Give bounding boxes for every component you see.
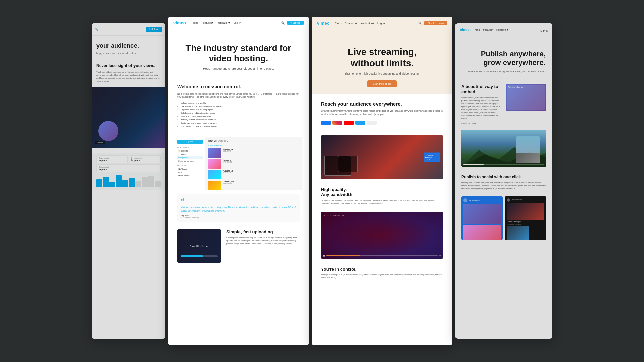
list-item: Organize videos into private projects: [177, 108, 300, 111]
card2-nav-links: Plans Features▾ Inspiration▾ Log In: [192, 21, 241, 24]
card3-nav-links: Plans Features▾ Inspiration▾ Log In: [335, 22, 385, 25]
list-item: Collaborate on edits with review pages: [177, 111, 300, 115]
card4-logo: vimeo: [460, 28, 471, 32]
card2-search-icon[interactable]: 🔍: [281, 21, 285, 25]
card4-fb-avatar: [463, 198, 467, 202]
card-1: 🔍 ↑ Upload your audience. help you learn…: [92, 23, 165, 339]
card2-sidebar: Upload WORKSPACE 📁 Projects ✓ Selects Ro…: [175, 137, 205, 190]
card2-upload-section: Drop it like it's hot. Simple, fast uplo…: [168, 226, 309, 266]
card3-demo-btn[interactable]: Start free demo: [424, 21, 447, 25]
list-item: Instantly publish across social channels: [177, 118, 300, 121]
list-item: Save and compare version history: [177, 115, 300, 118]
card1-hero-sub: help you learn more and decide better.: [96, 52, 161, 55]
card2-sidebar-music[interactable]: Music Videos: [177, 174, 203, 177]
card-3: vimeo Plans Features▾ Inspiration▾ Log I…: [312, 17, 452, 345]
card3-video-controls: 4K: [323, 255, 441, 257]
card4-brand-name: Adventure Journal: [461, 122, 502, 124]
card3-logo: vimeo: [317, 21, 330, 26]
card4-youtube-preview: The North Face Summit Series Alpine 2.4M…: [505, 196, 546, 240]
list-item: Track stats, optimize and replace videos: [177, 125, 300, 128]
card4-signin-link[interactable]: Sign In: [540, 29, 548, 32]
card3-section1: Reach your audience everywhere. Simultan…: [312, 94, 452, 135]
card-2: vimeo Plans Features▾ Inspiration▾ Log I…: [168, 17, 309, 345]
card2-content-row3: FarbidJK_n4 MP4 · 2.1GB: [208, 170, 299, 179]
card2-upload-body: Easily upload videos from any device or …: [226, 236, 300, 245]
card1-circle-thumb: [98, 121, 118, 141]
card3-section2-body: Broadcast your events in full HD with ad…: [321, 199, 443, 205]
card2-sidebar-rough-cuts[interactable]: Rough cuts: [177, 156, 203, 159]
card2-upload-fill: [181, 255, 203, 257]
card2-upload-title: Simple, fast uploading.: [226, 229, 300, 234]
card1-source-report: Source report In place: [96, 164, 161, 172]
card1-section-body: Track your video's performance on Vimeo,…: [96, 71, 161, 83]
card1-bar-chart: [96, 174, 161, 187]
card2-sidebar-projects[interactable]: 📁 Projects: [177, 149, 203, 153]
card1-section-title: Never lose sight of your views.: [96, 63, 161, 69]
card4-nav-links: Plans Features▾ Inspiration▾: [475, 28, 508, 31]
card2-feature-list: Upload securely and quickly Live stream …: [177, 101, 300, 128]
card2-nav: vimeo Plans Features▾ Inspiration▾ Log I…: [168, 17, 309, 29]
card2-upload-label: Drop it like it's hot.: [190, 245, 209, 247]
card1-video-thumb: watched: [92, 87, 165, 148]
card3-hero-title: Live streaming,without limits.: [322, 46, 442, 69]
card3-facebook-badge: [321, 121, 331, 125]
card2-section1: Welcome to mission control. No more jugg…: [168, 77, 309, 133]
card1-hero: your audience. help you learn more and d…: [92, 36, 165, 58]
card4-social-body: Posting your video to one place just doe…: [461, 181, 546, 190]
card3-search-icon[interactable]: 🔍: [418, 22, 422, 25]
card2-quote-text: Vimeo is the creative standard for hosti…: [181, 206, 296, 213]
card2-sidebar-selects[interactable]: ✓ Selects: [177, 153, 203, 156]
card4-social-preview: The North Face The North Face Summit Ser…: [461, 196, 546, 240]
card3-video-grid: 📘 Facebook ▶ Periscope 📺 YouTube: [321, 135, 443, 179]
card3-section2: High quality.Any bandwidth. Broadcast yo…: [312, 184, 452, 212]
card2-section1-body: No more juggling videos between platform…: [177, 92, 300, 99]
card2-logo: vimeo: [173, 20, 186, 25]
card3-section2-title: High quality.Any bandwidth.: [321, 187, 443, 197]
card3-section1-body: Simultaneously stream your live events v…: [321, 109, 443, 116]
card4-social-title: Publish to social with one click.: [461, 175, 546, 179]
list-item: Upload securely and quickly: [177, 101, 300, 105]
card2-hero: The industry standard for video hosting.…: [168, 29, 309, 77]
card4-climber-preview: [516, 136, 540, 163]
card1-watched-badge: watched: [95, 141, 105, 144]
card4-fb-thumb1: [463, 204, 501, 224]
card1-section1: Never lose sight of your views. Track yo…: [92, 58, 165, 83]
card4-facebook-preview: The North Face: [461, 196, 503, 240]
card4-social-section: Publish to social with one click. Postin…: [455, 171, 552, 196]
card2-content-row2: Closing_II MP4 · 890MB: [208, 159, 299, 169]
card3-section3-body: Manage every aspect of your event seamle…: [321, 273, 443, 279]
card3-instagram-badge: [332, 121, 342, 125]
card4-video-preview: [461, 130, 546, 167]
card2-hero-title: The industry standard for video hosting.: [178, 43, 299, 64]
card2-sidebar-social[interactable]: Social performance: [177, 159, 203, 163]
card2-sidebar-bts[interactable]: BTS: [177, 171, 203, 174]
card3-section3: You're in control. Manage every aspect o…: [312, 263, 452, 281]
card3-hero-cta[interactable]: Start free demo: [367, 80, 396, 87]
card2-content-area: Haut Vol Options ∨ 4 videos selected Far…: [205, 137, 302, 190]
card2-upload-btn[interactable]: ↑ Upload: [287, 21, 304, 25]
card2-sidebar-albums[interactable]: 🎬 Albums: [177, 167, 203, 171]
card1-hero-title: your audience.: [96, 42, 161, 50]
card3-video-main: 📘 Facebook ▶ Periscope 📺 YouTube: [321, 135, 443, 179]
card2-sidebar-upload[interactable]: Upload: [177, 140, 203, 144]
card3-hero: Live streaming,without limits. The home …: [312, 29, 452, 94]
list-item: Live stream and auto-archive recorded vi…: [177, 105, 300, 108]
card2-content-row1: FarbidJK_n4 MP4 · 1.2GB: [208, 148, 299, 158]
card-4: vimeo Plans Features▾ Inspiration▾ Sign …: [455, 23, 552, 339]
card2-upload-text: Simple, fast uploading. Easily upload vi…: [226, 229, 300, 245]
card3-section1-title: Reach your audience everywhere.: [321, 101, 443, 107]
card1-upload-btn[interactable]: ↑ Upload: [146, 27, 162, 32]
card4-fb-thumb2: [463, 225, 501, 240]
card2-quote-icon: ❝: [181, 198, 296, 204]
card3-youtube-badge: [344, 121, 354, 125]
card3-brand-overlay: LEXUS SHOWCASE: [324, 215, 346, 217]
card2-thumb3: [208, 170, 221, 179]
card2-thumb2: [208, 159, 221, 169]
card3-nav: vimeo Plans Features▾ Inspiration▾ Log I…: [312, 17, 452, 29]
card4-yt-avatar: [507, 198, 510, 202]
card2-testimonial: ❝ Vimeo is the creative standard for hos…: [177, 194, 300, 222]
card2-thumb1: [208, 148, 221, 158]
card4-hero-title: Publish anywhere,grow everywhere.: [462, 50, 546, 67]
card3-device-2: [338, 156, 358, 172]
card1-nav: 🔍 ↑ Upload: [92, 23, 165, 36]
